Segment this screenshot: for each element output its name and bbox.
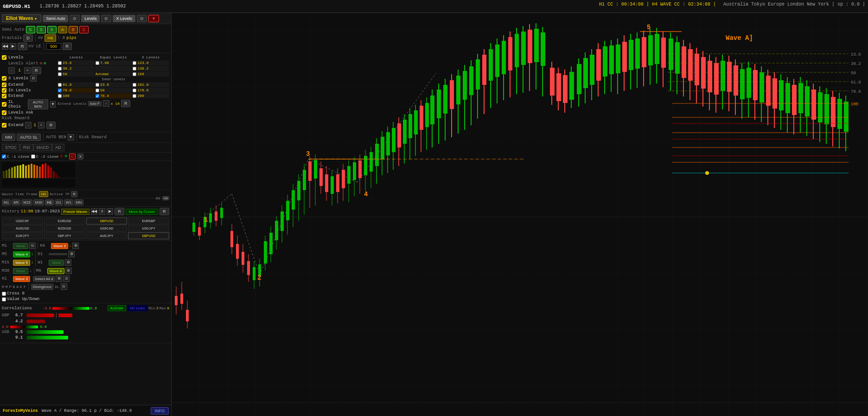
x-138-check[interactable]: [133, 67, 136, 70]
x-123-check[interactable]: [133, 61, 136, 65]
btn-s1[interactable]: S: [26, 26, 35, 33]
hist-prev2[interactable]: ◀◀: [91, 208, 97, 215]
tf-h1-active[interactable]: H1: [45, 199, 53, 205]
pair-eurgbp[interactable]: EURGBP: [128, 218, 169, 224]
x-levels-d[interactable]: D: [30, 75, 37, 82]
mm-btn[interactable]: MM: [2, 134, 15, 141]
c-x-btn[interactable]: X: [77, 154, 83, 160]
r-btn1[interactable]: R: [18, 43, 27, 50]
inner-784-check[interactable]: [96, 94, 99, 98]
m1lines-btn[interactable]: M1 Lines: [127, 305, 147, 311]
btn-s2[interactable]: S: [37, 26, 46, 33]
c-close-btn[interactable]: C: [69, 154, 76, 160]
semi-auto-btn[interactable]: Semi Auto: [43, 15, 68, 22]
x-200-check[interactable]: [133, 94, 136, 98]
divergence-btn[interactable]: Divergence: [31, 284, 53, 290]
pair-nzdusd[interactable]: NZDUSD: [44, 225, 85, 232]
ad-tab[interactable]: AD: [52, 144, 64, 151]
c1-close-input[interactable]: [2, 154, 6, 159]
h1-icon1[interactable]: ⊙: [63, 275, 70, 282]
tf-m5[interactable]: M5: [12, 199, 20, 205]
macd-tab[interactable]: MACD: [33, 144, 52, 151]
tf-m1[interactable]: M1: [2, 199, 11, 205]
m15-wave5-btn[interactable]: Wave 5: [13, 260, 30, 266]
m1-none-btn[interactable]: None: [13, 243, 28, 249]
pair-usdjpy[interactable]: USDJPY: [128, 225, 169, 232]
pair-audjpy[interactable]: AUDJPY: [86, 232, 128, 239]
h4-settings[interactable]: ⚙: [72, 243, 79, 249]
fractals-d-btn[interactable]: D: [23, 34, 33, 42]
info-btn[interactable]: INFO: [151, 407, 169, 415]
hist-r[interactable]: R: [115, 208, 124, 215]
extend2-checkbox[interactable]: [2, 94, 6, 98]
value-updown-check[interactable]: [2, 297, 6, 301]
pair-gbpusd2[interactable]: GBPUSD: [128, 232, 169, 239]
c2-close-input[interactable]: [31, 154, 35, 159]
w1-none-btn[interactable]: None: [49, 260, 64, 266]
extend3-minus[interactable]: -: [25, 122, 32, 128]
m5-wave4-btn[interactable]: Wave 4: [13, 251, 30, 257]
x-levels-toggle[interactable]: ⊙: [137, 15, 147, 22]
tf-w1[interactable]: W1: [64, 199, 73, 205]
auto-ben-toggle[interactable]: ▼: [68, 134, 74, 141]
m15-settings[interactable]: ⚙: [65, 259, 71, 266]
select-all-btn[interactable]: Select All d: [33, 276, 55, 282]
av-le-input[interactable]: [46, 43, 61, 50]
extend-levels-minus[interactable]: -: [103, 100, 109, 107]
levels-toggle[interactable]: ⊙: [101, 15, 111, 22]
btn-b[interactable]: B: [69, 26, 78, 33]
extend3-checkbox[interactable]: [2, 123, 6, 128]
btn-s3[interactable]: S: [47, 26, 57, 33]
equal-23-check[interactable]: [96, 61, 99, 65]
extend3-r[interactable]: R: [46, 122, 56, 129]
level-618-check[interactable]: [58, 83, 62, 87]
levels-btn[interactable]: Levels: [81, 15, 100, 22]
waves-h4-btn[interactable]: H4: [39, 191, 48, 197]
move-cursor-btn[interactable]: Move by Cursor: [126, 209, 158, 215]
nav-prev-btn[interactable]: ◀◀: [2, 43, 8, 50]
activate-btn[interactable]: Activate: [108, 305, 126, 311]
x-1786-check[interactable]: [133, 89, 136, 92]
level-786-check[interactable]: [58, 89, 62, 92]
pair-audusd[interactable]: AUDUSD: [2, 225, 43, 232]
stoc-tab[interactable]: STOC: [2, 144, 20, 151]
pair-eurjpy[interactable]: EURJPY: [2, 232, 43, 239]
levels-r[interactable]: R: [32, 67, 41, 74]
h1-wave3-btn[interactable]: Wave 3: [13, 276, 30, 282]
btn-a[interactable]: A: [58, 26, 67, 33]
pair-usdchf[interactable]: USDCHF: [2, 218, 43, 224]
m30-none-btn[interactable]: None: [13, 268, 28, 274]
extend3-plus[interactable]: +: [38, 122, 45, 128]
extend-levels-r[interactable]: R: [121, 100, 131, 107]
levels-ask-checkbox[interactable]: [2, 110, 6, 115]
h4-btn[interactable]: H4: [45, 34, 57, 42]
x-levels-checkbox[interactable]: [2, 76, 6, 81]
pair-gbpjpy[interactable]: GBPJPY: [44, 232, 85, 239]
rsi-tab[interactable]: RSI: [20, 144, 33, 151]
pair-usdcad[interactable]: USDCAD: [86, 225, 128, 232]
h4-wave3-btn[interactable]: Wave 3: [51, 243, 68, 249]
r-btn2[interactable]: R: [63, 43, 72, 50]
tf-r-btn[interactable]: R: [71, 191, 77, 197]
m1-g-btn[interactable]: G: [29, 243, 36, 249]
il-chois-checkbox[interactable]: [2, 102, 6, 107]
nav-next-btn[interactable]: ▶: [10, 43, 16, 50]
levels-plus[interactable]: +: [24, 67, 31, 74]
tf-m30[interactable]: M30: [33, 199, 45, 205]
auto-p-btn[interactable]: Auto P: [88, 101, 102, 106]
level-38-check[interactable]: [58, 67, 62, 70]
m30-settings[interactable]: ⚙: [65, 268, 72, 274]
inner-236-check[interactable]: [96, 83, 99, 87]
x-1618-check[interactable]: [133, 83, 136, 87]
x-levels-btn[interactable]: X Levels: [113, 15, 135, 22]
hist-zero[interactable]: 0: [99, 208, 105, 215]
freeze-waves-btn[interactable]: Freeze Waves: [61, 209, 89, 215]
semi-auto-toggle[interactable]: ⊙: [70, 15, 80, 22]
levels-minus[interactable]: -: [8, 67, 15, 74]
level-23-check[interactable]: [58, 61, 62, 65]
ao-h4[interactable]: H4: [162, 196, 169, 200]
il-chois-d[interactable]: ▼: [50, 101, 56, 108]
mn-waveA-btn[interactable]: Wave A: [47, 268, 64, 274]
levels-checkbox[interactable]: [2, 55, 6, 60]
extend-checkbox[interactable]: [2, 83, 6, 87]
